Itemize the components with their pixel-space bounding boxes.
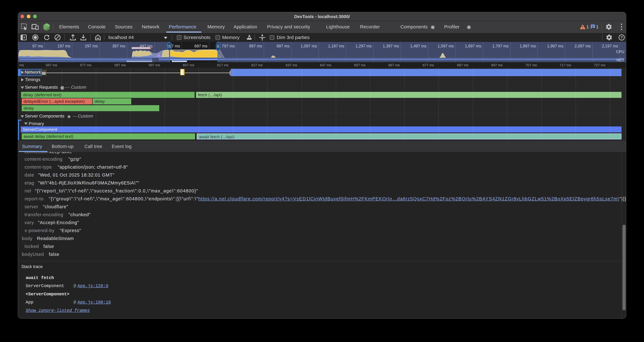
svg-text:2,197 ms: 2,197 ms — [602, 44, 618, 48]
svg-text:NET: NET — [616, 58, 624, 62]
svg-text:1,997 ms: 1,997 ms — [547, 44, 563, 48]
svg-text:397 ms: 397 ms — [112, 44, 125, 48]
svg-text:697 ms: 697 ms — [194, 44, 208, 48]
svg-text:797 ms: 797 ms — [222, 44, 235, 48]
svg-text:1,597 ms: 1,597 ms — [438, 44, 454, 48]
svg-text:CPU: CPU — [616, 50, 624, 54]
svg-text:197 ms: 197 ms — [58, 44, 70, 48]
svg-text:1,897 ms: 1,897 ms — [520, 44, 536, 48]
svg-text:1,297 ms: 1,297 ms — [356, 44, 372, 48]
svg-text:1,497 ms: 1,497 ms — [410, 44, 426, 48]
svg-text:1,397 ms: 1,397 ms — [383, 44, 399, 48]
svg-text:2,097 ms: 2,097 ms — [574, 44, 591, 48]
svg-text:297 ms: 297 ms — [85, 44, 98, 48]
svg-text:1,097 ms: 1,097 ms — [300, 44, 317, 48]
svg-text:1,797 ms: 1,797 ms — [492, 44, 509, 48]
svg-text:?: ? — [620, 35, 623, 40]
svg-text:897 ms: 897 ms — [249, 44, 262, 48]
svg-text:1,197 ms: 1,197 ms — [328, 44, 344, 48]
svg-text:1,697 ms: 1,697 ms — [465, 44, 481, 48]
svg-text:97 ms: 97 ms — [32, 44, 43, 48]
svg-text:997 ms: 997 ms — [276, 44, 290, 48]
